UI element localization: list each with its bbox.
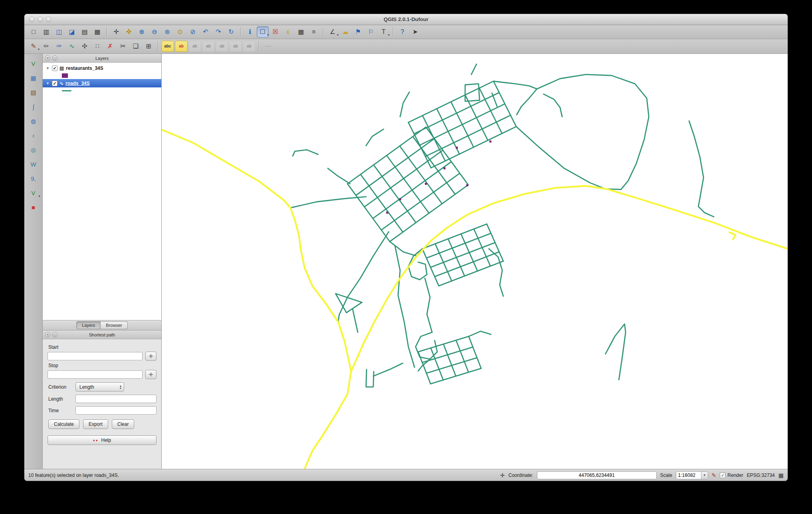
zoom-to-layer-button[interactable]: ⊘ [187, 26, 199, 38]
refresh-map-button[interactable]: ↻ [225, 26, 237, 38]
scale-combo[interactable]: ▼ [676, 471, 708, 479]
tab-layers[interactable]: Layers [76, 321, 101, 329]
add-delimited-text-layer-icon: 9, [31, 176, 36, 182]
map-tips-button[interactable]: ☁ [339, 26, 351, 38]
layer-labeling-options-button[interactable]: ab [175, 41, 188, 52]
clear-button[interactable]: Clear [112, 419, 135, 429]
paste-features-icon: ⊞ [146, 43, 151, 49]
add-wcs-layer-button[interactable]: ◎ [27, 144, 40, 156]
zoom-to-selection-button[interactable]: ⊙ [174, 26, 186, 38]
show-hide-labels-button: ab [188, 41, 201, 52]
coordinate-input[interactable] [537, 471, 657, 479]
shortest-path-close-button[interactable]: ✕ [45, 332, 50, 337]
length-input[interactable] [75, 395, 156, 403]
scale-input[interactable] [676, 472, 701, 478]
add-raster-layer-button[interactable]: ▦ [27, 72, 40, 84]
zoom-full-extent-button[interactable]: ⊛ [161, 26, 173, 38]
add-oracle-layer-button[interactable]: ■ [27, 202, 40, 213]
layer-visibility-checkbox[interactable]: ✓ [52, 65, 57, 71]
add-delimited-text-layer-button[interactable]: 9, [27, 173, 40, 184]
road-line [418, 359, 430, 371]
close-button[interactable] [29, 17, 34, 22]
measure-line-button[interactable]: ∠▾ [327, 26, 339, 38]
layer-labeling-button[interactable]: abc [161, 41, 174, 52]
text-annotation-button[interactable]: T▾ [378, 26, 390, 38]
new-project-button[interactable]: □ [28, 26, 40, 38]
add-feature-button[interactable]: ∿ [66, 41, 78, 52]
zoom-last-button[interactable]: ↶ [200, 26, 212, 38]
node-tool-icon: ∷ [95, 43, 99, 49]
select-features-icon: ☐ [260, 29, 265, 35]
stop-render-button[interactable]: ✎ [712, 472, 717, 478]
save-project-as-button[interactable]: ◪ [66, 26, 78, 38]
whats-this-button[interactable]: ➤ [409, 26, 421, 38]
render-toggle[interactable]: ✓ Render [720, 472, 743, 478]
criterion-select[interactable]: Length ▲▼ [75, 382, 124, 391]
node-tool-button[interactable]: ∷ [91, 41, 103, 52]
delete-selected-button[interactable]: ✗ [104, 41, 116, 52]
map-tips-icon: ☁ [342, 29, 349, 35]
layer-visibility-checkbox[interactable]: ✓ [52, 81, 57, 86]
pan-to-selection-button[interactable]: ✜ [123, 26, 135, 38]
move-feature-button[interactable]: ✣ [79, 41, 91, 52]
pick-start-button[interactable]: ✛ [145, 352, 156, 361]
add-spatialite-layer-button[interactable]: ∫ [27, 101, 40, 113]
current-edits-button[interactable]: ✎▾ [28, 41, 40, 52]
help-contents-button[interactable]: ? [396, 26, 408, 38]
layer-item-restaurants[interactable]: ▼ ✓ ▤ restaurants_34S [43, 64, 161, 72]
map-canvas[interactable] [162, 54, 788, 469]
field-calculator-button[interactable]: ≡ [308, 26, 320, 38]
export-button[interactable]: Export [83, 419, 108, 429]
new-print-composer-button[interactable]: ▤ [79, 26, 91, 38]
scale-dropdown-arrow[interactable]: ▼ [701, 471, 708, 479]
save-project-button[interactable]: ◫ [53, 26, 65, 38]
layer-item-roads[interactable]: ▼ ✓ ∿ roads_34S [43, 79, 161, 87]
crs-status-icon[interactable]: ▦ [778, 472, 784, 478]
add-vector-layer-button[interactable]: V [27, 58, 40, 69]
copy-features-icon: ❏ [133, 43, 139, 49]
open-project-button[interactable]: ▥ [40, 26, 52, 38]
identify-features-button[interactable]: ℹ [244, 26, 256, 38]
show-bookmarks-button[interactable]: ⚐ [365, 26, 377, 38]
road-line [689, 121, 714, 217]
road-line [390, 241, 422, 256]
stop-input[interactable] [48, 370, 143, 379]
layers-panel-close-button[interactable]: ✕ [45, 55, 50, 61]
new-shapefile-layer-button[interactable]: ▧ [27, 87, 40, 98]
minimize-button[interactable] [38, 17, 43, 22]
deselect-features-button[interactable]: ☒ [269, 26, 281, 38]
new-bookmark-button[interactable]: ⚑ [352, 26, 364, 38]
add-postgis-layer-button[interactable]: ◍ [27, 115, 40, 127]
zoom-window-button[interactable] [46, 17, 51, 22]
render-label: Render [727, 472, 743, 478]
tab-browser[interactable]: Browser [101, 321, 127, 329]
pick-stop-button[interactable]: ✛ [145, 370, 156, 379]
zoom-in-button[interactable]: ⊕ [136, 26, 148, 38]
copy-features-button[interactable]: ❏ [130, 41, 142, 52]
pan-map-button[interactable]: ✛ [110, 26, 122, 38]
time-input[interactable] [75, 406, 156, 415]
add-wms-layer-button[interactable]: ♁ [27, 130, 40, 141]
paste-features-button[interactable]: ⊞ [143, 41, 154, 52]
calculate-button[interactable]: Calculate [48, 419, 79, 429]
cut-features-button[interactable]: ✂ [117, 41, 129, 52]
select-by-expression-button[interactable]: ε [282, 26, 294, 38]
save-layer-edits-button[interactable]: ✑ [53, 41, 65, 52]
open-attribute-table-button[interactable]: ▦ [295, 26, 307, 38]
layers-panel-float-button[interactable]: ◻ [52, 55, 57, 61]
start-input[interactable] [48, 352, 143, 360]
toggle-editing-button[interactable]: ✏ [40, 41, 52, 52]
composer-manager-button[interactable]: ▦ [91, 26, 103, 38]
coordinate-capture-icon[interactable]: ✛ [500, 472, 505, 478]
zoom-out-button[interactable]: ⊖ [149, 26, 160, 38]
render-checkbox[interactable]: ✓ [720, 472, 725, 478]
zoom-next-button[interactable]: ↷ [212, 26, 224, 38]
add-wfs-layer-button[interactable]: W [27, 158, 40, 170]
select-features-button[interactable]: ☐▾ [257, 26, 269, 38]
help-button[interactable]: ●● Help [48, 435, 156, 445]
shortest-path-float-button[interactable]: ◻ [52, 332, 57, 337]
shortest-path-title: Shortest path [43, 332, 161, 337]
disclosure-triangle-icon[interactable]: ▼ [46, 81, 50, 85]
new-layer-menu-button[interactable]: V▾ [27, 187, 40, 199]
disclosure-triangle-icon[interactable]: ▼ [46, 66, 50, 70]
